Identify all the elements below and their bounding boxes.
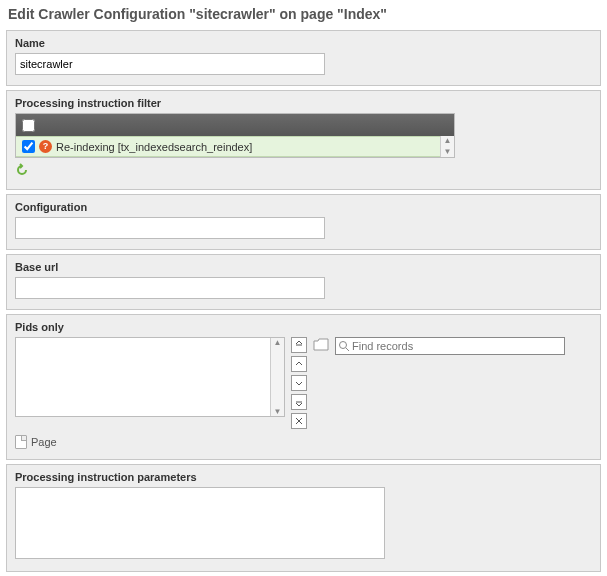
scroll-up-icon[interactable]: ▲: [441, 136, 454, 147]
section-filter: Processing instruction filter ? Re-index…: [6, 90, 601, 190]
page-title: Edit Crawler Configuration "sitecrawler"…: [0, 0, 607, 28]
section-baseurl: Base url: [6, 254, 601, 310]
configuration-input[interactable]: [15, 217, 325, 239]
find-records-box[interactable]: [335, 337, 565, 355]
label-filter: Processing instruction filter: [15, 97, 592, 109]
page-icon: [15, 435, 27, 449]
undo-icon[interactable]: [15, 163, 29, 177]
label-baseurl: Base url: [15, 261, 592, 273]
move-top-button[interactable]: [291, 337, 307, 353]
svg-point-0: [340, 342, 347, 349]
pids-scrollbar[interactable]: ▲ ▼: [270, 338, 284, 416]
label-pids: Pids only: [15, 321, 592, 333]
filter-header: [16, 114, 454, 136]
label-name: Name: [15, 37, 592, 49]
section-pids: Pids only ▲ ▼ Page: [6, 314, 601, 460]
svg-line-1: [346, 348, 349, 351]
scroll-down-icon[interactable]: ▼: [441, 147, 454, 158]
name-input[interactable]: [15, 53, 325, 75]
filter-row: ? Re-indexing [tx_indexedsearch_reindex]…: [16, 136, 454, 157]
scroll-up-icon[interactable]: ▲: [271, 338, 284, 347]
label-params: Processing instruction parameters: [15, 471, 592, 483]
pids-order-buttons: [291, 337, 307, 429]
label-configuration: Configuration: [15, 201, 592, 213]
params-textarea[interactable]: [15, 487, 385, 559]
filter-scrollbar[interactable]: ▲ ▼: [440, 136, 454, 157]
folder-icon[interactable]: [313, 338, 329, 353]
help-icon[interactable]: ?: [39, 140, 52, 153]
filter-row-checkbox[interactable]: [22, 140, 35, 153]
find-records-input[interactable]: [352, 340, 562, 352]
baseurl-input[interactable]: [15, 277, 325, 299]
move-up-button[interactable]: [291, 356, 307, 372]
search-icon: [338, 340, 350, 352]
filter-select-all-checkbox[interactable]: [22, 119, 35, 132]
page-type-tag: Page: [15, 435, 592, 449]
move-bottom-button[interactable]: [291, 394, 307, 410]
section-configuration: Configuration: [6, 194, 601, 250]
page-tag-label: Page: [31, 436, 57, 448]
move-down-button[interactable]: [291, 375, 307, 391]
section-name: Name: [6, 30, 601, 86]
remove-button[interactable]: [291, 413, 307, 429]
filter-row-text: Re-indexing [tx_indexedsearch_reindex]: [56, 141, 252, 153]
filter-box: ? Re-indexing [tx_indexedsearch_reindex]…: [15, 113, 455, 158]
scroll-down-icon[interactable]: ▼: [271, 407, 284, 416]
section-params: Processing instruction parameters: [6, 464, 601, 572]
pids-listbox[interactable]: ▲ ▼: [15, 337, 285, 417]
